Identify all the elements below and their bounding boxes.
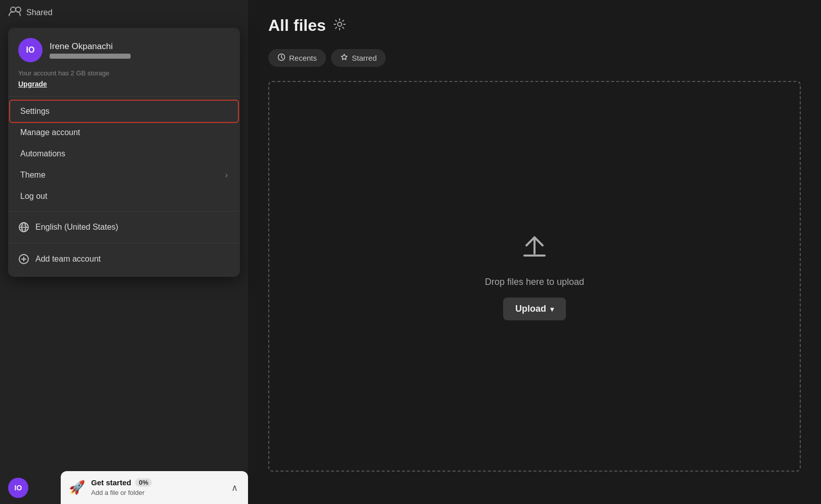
- menu-section: Settings Manage account Automations Them…: [8, 97, 240, 212]
- account-dropdown: IO Irene Okpanachi Your account has 2 GB…: [8, 28, 240, 277]
- star-icon: [340, 53, 348, 63]
- storage-text: Your account has 2 GB storage: [18, 69, 230, 77]
- plus-circle-icon: [18, 254, 29, 265]
- user-info-row: IO Irene Okpanachi: [18, 38, 230, 62]
- toast-content: Get started 0% Add a file or folder: [91, 478, 223, 497]
- user-name: Irene Okpanachi: [50, 41, 131, 52]
- user-details: Irene Okpanachi: [50, 41, 131, 59]
- shared-icon: [8, 6, 22, 20]
- filter-tabs: Recents Starred: [268, 49, 801, 67]
- gear-icon[interactable]: [333, 18, 346, 34]
- sidebar: Shared IO Irene Okpanachi Your account h…: [0, 0, 248, 504]
- toast-percent: 0%: [135, 478, 152, 487]
- get-started-toast: 🚀 Get started 0% Add a file or folder ∧: [61, 471, 248, 504]
- avatar: IO: [18, 38, 43, 62]
- collapse-icon[interactable]: ∧: [229, 480, 240, 495]
- shared-label: Shared: [26, 8, 53, 17]
- sidebar-bottom: IO 🚀 Get started 0% Add a file or folder…: [0, 464, 248, 504]
- menu-item-manage-account[interactable]: Manage account: [10, 122, 238, 143]
- drop-text: Drop files here to upload: [485, 277, 584, 287]
- clock-icon: [277, 53, 285, 63]
- user-email: [50, 54, 131, 59]
- toast-subtitle: Add a file or folder: [91, 489, 145, 496]
- chevron-right-icon: ›: [225, 171, 228, 180]
- svg-point-1: [16, 7, 21, 12]
- toast-title-row: Get started 0%: [91, 478, 223, 487]
- upload-button[interactable]: Upload ▾: [503, 298, 566, 320]
- main-content: All files Recents Starred: [248, 0, 821, 504]
- rocket-icon: 🚀: [69, 480, 85, 495]
- add-team-item[interactable]: Add team account: [8, 247, 240, 271]
- upload-icon-container: [519, 232, 550, 267]
- drop-zone[interactable]: Drop files here to upload Upload ▾: [268, 81, 801, 472]
- menu-item-settings[interactable]: Settings: [10, 101, 238, 122]
- upgrade-link[interactable]: Upgrade: [18, 80, 230, 88]
- language-section: English (United States): [8, 212, 240, 243]
- user-section: IO Irene Okpanachi Your account has 2 GB…: [8, 28, 240, 97]
- tab-recents[interactable]: Recents: [268, 49, 326, 67]
- chevron-down-icon: ▾: [550, 305, 554, 313]
- add-team-section: Add team account: [8, 243, 240, 277]
- page-title: All files: [268, 16, 326, 35]
- language-item[interactable]: English (United States): [8, 216, 240, 239]
- menu-item-theme[interactable]: Theme ›: [10, 164, 238, 186]
- tab-starred[interactable]: Starred: [331, 49, 386, 67]
- menu-item-automations[interactable]: Automations: [10, 143, 238, 164]
- upload-arrow-icon: [519, 232, 550, 267]
- page-header: All files: [268, 16, 801, 35]
- bottom-avatar-row: IO: [0, 472, 36, 504]
- globe-icon: [18, 222, 29, 233]
- svg-point-5: [338, 22, 342, 26]
- sidebar-topbar: Shared: [0, 0, 248, 25]
- bottom-avatar[interactable]: IO: [8, 478, 28, 498]
- menu-item-logout[interactable]: Log out: [10, 186, 238, 207]
- toast-title: Get started: [91, 478, 131, 487]
